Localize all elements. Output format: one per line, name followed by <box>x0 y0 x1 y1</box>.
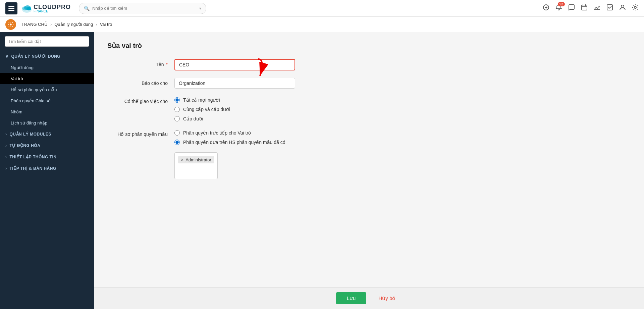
form-label-giao-viec: Có thể giao việc cho <box>107 96 174 104</box>
sidebar-section-quan-ly-nguoi-dung: ∨ QUẢN LÝ NGƯỜI DÙNG Người dùng Vai trò … <box>0 51 94 128</box>
tag-remove-administrator[interactable]: × <box>181 157 183 162</box>
sidebar-item-label-ho-so: Hồ sơ phân quyền mẫu <box>11 87 57 92</box>
sidebar: ∨ QUẢN LÝ NGƯỜI DÙNG Người dùng Vai trò … <box>0 32 94 309</box>
sidebar-section-header-tiep-thi[interactable]: › TIẾP THỊ & BÁN HÀNG <box>0 163 94 174</box>
sidebar-item-phan-quyen-chia-se[interactable]: Phân quyền Chia sẻ <box>0 95 94 106</box>
radio-label-same-below: Cùng cấp và cấp dưới <box>183 107 230 112</box>
svg-rect-15 <box>607 5 612 10</box>
sidebar-section-label-automation: TỰ ĐỘNG HÓA <box>10 143 41 148</box>
sidebar-section-tu-dong-hoa: › TỰ ĐỘNG HÓA <box>0 140 94 151</box>
calendar-icon[interactable] <box>581 4 588 12</box>
sidebar-section-header-quan-ly-nguoi-dung[interactable]: ∨ QUẢN LÝ NGƯỜI DÙNG <box>0 51 94 62</box>
tag-item-administrator: × Administrator <box>178 156 214 163</box>
form-label-bao-cao-cho: Báo cáo cho <box>107 78 174 86</box>
sidebar-section-tiep-thi: › TIẾP THỊ & BÁN HÀNG <box>0 163 94 174</box>
sidebar-section-header-thiet-lap[interactable]: › THIẾT LẬP THÔNG TIN <box>0 151 94 163</box>
sidebar-item-label-vai-tro: Vai trò <box>11 76 23 81</box>
footer-bar: Lưu Hủy bỏ <box>94 287 644 309</box>
sidebar-search-input[interactable] <box>5 36 89 47</box>
breadcrumb-home[interactable]: TRANG CHỦ <box>21 22 48 27</box>
svg-point-17 <box>634 6 636 8</box>
breadcrumb-sep2: › <box>96 22 97 27</box>
content-inner: Sửa vai trò Tê <box>94 32 644 287</box>
form-label-ten: Tên * <box>107 59 174 67</box>
sidebar-item-label-nguoi-dung: Người dùng <box>11 65 34 70</box>
top-navbar: CLOUDPRO FINANCE 🔍 ▾ 92 <box>0 0 644 17</box>
sidebar-item-lich-su-dang-nhap[interactable]: Lịch sử đăng nhập <box>0 117 94 128</box>
chevron-right-icon-automation: › <box>5 143 7 148</box>
breadcrumb-level1[interactable]: Quản lý người dùng <box>54 22 93 27</box>
radio-based[interactable] <box>174 140 180 145</box>
radio-label-direct: Phân quyền trực tiếp cho Vai trò <box>183 130 251 136</box>
content-area: Sửa vai trò Tê <box>94 32 644 309</box>
form-field-ho-so-phan-quyen: Phân quyền trực tiếp cho Vai trò Phân qu… <box>174 129 295 145</box>
svg-rect-0 <box>8 6 14 7</box>
settings-icon[interactable] <box>632 4 639 12</box>
svg-rect-1 <box>8 8 14 9</box>
notification-icon[interactable]: 92 <box>555 4 562 12</box>
form-row-ho-so-phan-quyen: Hồ sơ phân quyền mẫu Phân quyền trực tiế… <box>107 129 631 145</box>
sidebar-item-label-phan-quyen: Phân quyền Chia sẻ <box>11 98 51 103</box>
svg-point-18 <box>10 23 11 25</box>
radio-group-giao-viec: Tất cả mọi người Cùng cấp và cấp dưới Cấ… <box>174 96 295 121</box>
chat-icon[interactable] <box>568 4 575 12</box>
page-title: Sửa vai trò <box>107 42 631 50</box>
checkbox-icon[interactable] <box>606 4 613 12</box>
notification-badge: 92 <box>558 2 565 6</box>
radio-same-below[interactable] <box>174 107 180 112</box>
chart-icon[interactable] <box>594 4 600 12</box>
cancel-button[interactable]: Hủy bỏ <box>372 292 402 304</box>
sidebar-item-vai-tro[interactable]: Vai trò <box>0 73 94 84</box>
form-label-tags <box>107 152 174 155</box>
form-area-wrapper: Tên * Báo cáo cho <box>107 59 631 179</box>
radio-option-based[interactable]: Phân quyền dựa trên HS phân quyền mẫu đã… <box>174 140 295 145</box>
search-icon: 🔍 <box>84 6 90 11</box>
sidebar-item-nguoi-dung[interactable]: Người dùng <box>0 62 94 73</box>
ten-input[interactable] <box>174 59 295 70</box>
hamburger-button[interactable] <box>5 2 17 14</box>
sidebar-section-thiet-lap: › THIẾT LẬP THÔNG TIN <box>0 151 94 163</box>
radio-label-all: Tất cả mọi người <box>183 97 220 103</box>
logo: CLOUDPRO FINANCE <box>21 4 71 13</box>
save-button[interactable]: Lưu <box>336 292 367 304</box>
sidebar-section-header-automation[interactable]: › TỰ ĐỘNG HÓA <box>0 140 94 151</box>
search-input[interactable] <box>92 6 199 11</box>
sidebar-section-label: QUẢN LÝ NGƯỜI DÙNG <box>11 54 61 59</box>
add-icon[interactable] <box>543 4 549 12</box>
main-layout: ∨ QUẢN LÝ NGƯỜI DÙNG Người dùng Vai trò … <box>0 32 644 309</box>
user-icon[interactable] <box>619 4 626 12</box>
sidebar-item-label-nhom: Nhóm <box>11 109 22 114</box>
gear-settings-icon <box>5 19 16 30</box>
search-dropdown-icon[interactable]: ▾ <box>199 6 201 11</box>
breadcrumb-bar: TRANG CHỦ › Quản lý người dùng › Vai trò <box>0 17 644 32</box>
radio-direct[interactable] <box>174 130 180 136</box>
radio-option-same-below[interactable]: Cùng cấp và cấp dưới <box>174 107 295 112</box>
sidebar-section-label-tiep-thi: TIẾP THỊ & BÁN HÀNG <box>10 166 56 171</box>
chevron-right-icon-tiep-thi: › <box>5 166 7 171</box>
svg-rect-2 <box>8 10 14 11</box>
form-row-ten: Tên * <box>107 59 631 70</box>
radio-group-ho-so: Phân quyền trực tiếp cho Vai trò Phân qu… <box>174 129 295 145</box>
sidebar-section-label-modules: QUẢN LÝ MODULES <box>10 132 51 137</box>
search-bar: 🔍 ▾ <box>79 3 206 14</box>
radio-all[interactable] <box>174 97 180 103</box>
sidebar-section-header-modules[interactable]: › QUẢN LÝ MODULES <box>0 128 94 140</box>
svg-point-16 <box>621 5 624 8</box>
sidebar-item-nhom[interactable]: Nhóm <box>0 106 94 117</box>
radio-option-all[interactable]: Tất cả mọi người <box>174 97 295 103</box>
radio-option-below[interactable]: Cấp dưới <box>174 116 295 121</box>
form-row-bao-cao-cho: Báo cáo cho <box>107 78 631 89</box>
tags-area[interactable]: × Administrator <box>174 152 218 179</box>
form-field-bao-cao-cho <box>174 78 295 89</box>
sidebar-item-ho-so-phan-quyen-mau[interactable]: Hồ sơ phân quyền mẫu <box>0 84 94 95</box>
chevron-right-icon-modules: › <box>5 132 7 137</box>
svg-point-6 <box>26 7 31 10</box>
sidebar-search-area <box>0 32 94 51</box>
tag-label-administrator: Administrator <box>185 157 211 162</box>
breadcrumb-sep1: › <box>50 22 52 27</box>
bao-cao-cho-input[interactable] <box>174 78 295 89</box>
form-label-ho-so-phan-quyen: Hồ sơ phân quyền mẫu <box>107 129 174 137</box>
radio-below[interactable] <box>174 116 180 121</box>
radio-option-direct[interactable]: Phân quyền trực tiếp cho Vai trò <box>174 130 295 136</box>
nav-right: 92 <box>543 4 639 12</box>
